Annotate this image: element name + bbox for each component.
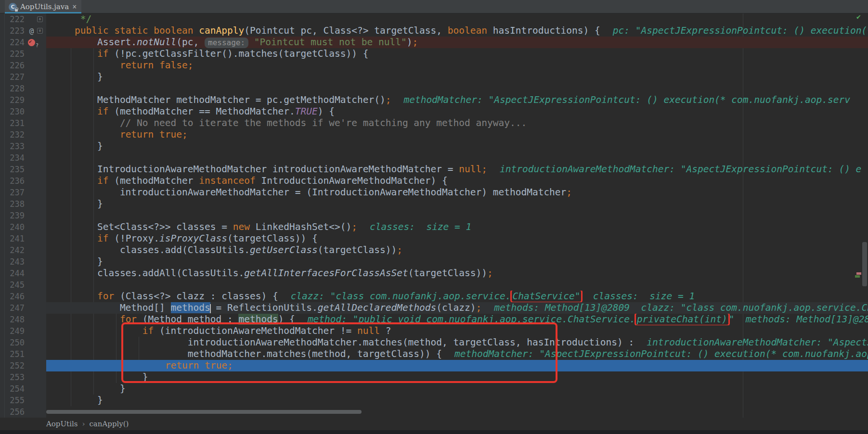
code-text[interactable]: if (!Proxy.isProxyClass(targetClass)) { [46,233,868,244]
line-number[interactable]: 224 [5,38,27,47]
gutter[interactable]: 233 [5,140,46,152]
gutter[interactable]: 255 [5,395,46,406]
line-number[interactable]: 222 [5,14,27,24]
code-line[interactable]: 227 } [5,71,868,83]
line-number[interactable]: 242 [5,245,27,255]
line-number[interactable]: 246 [5,292,27,301]
gutter[interactable]: 228 [5,83,46,94]
line-number[interactable]: 251 [5,349,27,359]
code-text[interactable]: IntroductionAwareMethodMatcher introduct… [46,164,868,175]
line-number[interactable]: 250 [5,338,27,347]
code-line[interactable]: 231 // No need to iterate the methods if… [5,117,868,129]
code-line[interactable]: 238 } [5,198,868,210]
code-text[interactable] [46,83,868,94]
line-number[interactable]: 241 [5,234,27,243]
code-line[interactable]: 233 } [5,140,868,152]
code-text[interactable]: } [46,140,868,152]
gutter[interactable]: 239 [5,210,46,221]
line-number[interactable]: 230 [5,107,27,116]
line-number[interactable]: 237 [5,188,27,197]
code-line[interactable]: 244 classes.addAll(ClassUtils.getAllInte… [5,268,868,279]
line-number[interactable]: 225 [5,49,27,59]
line-number[interactable]: 228 [5,84,27,93]
breadcrumb-item-class[interactable]: AopUtils [46,420,78,428]
gutter[interactable]: 237 [5,187,46,198]
code-text[interactable]: Assert.notNull(pc, message: "Pointcut mu… [46,37,868,48]
code-line[interactable]: 239 [5,210,868,221]
gutter[interactable]: 231 [5,117,46,129]
line-number[interactable]: 255 [5,396,27,405]
line-number[interactable]: 253 [5,372,27,382]
gutter[interactable]: 242 [5,244,46,256]
line-number[interactable]: 227 [5,72,27,82]
breadcrumb-item-method[interactable]: canApply() [89,420,129,428]
code-text[interactable] [46,152,868,164]
line-number[interactable]: 256 [5,407,27,417]
line-number[interactable]: 234 [5,153,27,163]
line-number[interactable]: 249 [5,326,27,336]
gutter[interactable]: 235 [5,164,46,175]
code-line[interactable]: 228 [5,83,868,94]
code-text[interactable]: return true; [46,129,868,140]
code-line[interactable]: 246 for (Class<?> clazz : classes) {claz… [5,291,868,302]
fold-marker-icon[interactable]: ∧ [37,16,43,22]
code-line[interactable]: 223@∨ public static boolean canApply(Poi… [5,25,868,37]
gutter[interactable]: 222∧ [5,13,46,25]
gutter[interactable]: 244 [5,268,46,279]
code-text[interactable] [46,210,868,221]
code-text[interactable]: } [46,256,868,268]
code-text[interactable]: } [46,383,868,395]
code-line[interactable]: 225 if (!pc.getClassFilter().matches(tar… [5,48,868,60]
code-text[interactable]: Set<Class<?>> classes = new LinkedHashSe… [46,221,868,233]
line-number[interactable]: 254 [5,384,27,394]
gutter[interactable]: 229 [5,94,46,106]
gutter[interactable]: 225 [5,48,46,60]
breakpoint-icon[interactable]: ✔? [27,37,36,48]
gutter[interactable]: 254 [5,383,46,395]
gutter[interactable]: 223@∨ [5,25,46,37]
line-number[interactable]: 247 [5,303,27,313]
code-text[interactable]: } [46,198,868,210]
line-number[interactable]: 238 [5,199,27,209]
gutter[interactable]: 224✔? [5,37,46,48]
gutter[interactable]: 246 [5,291,46,302]
code-text[interactable]: if (!pc.getClassFilter().matches(targetC… [46,48,868,60]
code-line[interactable]: 242 classes.add(ClassUtils.getUserClass(… [5,244,868,256]
gutter[interactable]: 252 [5,360,46,371]
line-number[interactable]: 223 [5,26,27,36]
code-text[interactable]: return false; [46,60,868,71]
line-number[interactable]: 232 [5,130,27,140]
gutter[interactable]: 250 [5,337,46,348]
code-line[interactable]: 236 if (methodMatcher instanceof Introdu… [5,175,868,187]
line-number[interactable]: 245 [5,280,27,290]
line-number[interactable]: 229 [5,95,27,105]
gutter[interactable]: 248 [5,314,46,325]
code-text[interactable] [46,279,868,291]
code-text[interactable]: introductionAwareMethodMatcher = (Introd… [46,187,868,198]
file-tab[interactable]: C AopUtils.java × [5,0,81,13]
line-number[interactable]: 233 [5,141,27,151]
gutter[interactable]: 226 [5,60,46,71]
code-line[interactable]: 229 MethodMatcher methodMatcher = pc.get… [5,94,868,106]
code-text[interactable]: MethodMatcher methodMatcher = pc.getMeth… [46,94,868,106]
line-number[interactable]: 236 [5,176,27,186]
gutter[interactable]: 245 [5,279,46,291]
line-number[interactable]: 252 [5,361,27,370]
gutter[interactable]: 256 [5,406,46,418]
code-line[interactable]: 237 introductionAwareMethodMatcher = (In… [5,187,868,198]
v-scrollbar[interactable] [862,242,867,286]
line-number[interactable]: 248 [5,315,27,324]
code-text[interactable]: } [46,395,868,406]
line-number[interactable]: 244 [5,268,27,278]
code-line[interactable]: 222∧ */ [5,13,868,25]
code-text[interactable]: if (methodMatcher instanceof Introductio… [46,175,868,187]
code-text[interactable]: if (methodMatcher == MethodMatcher.TRUE)… [46,106,868,117]
line-number[interactable]: 231 [5,118,27,128]
line-number[interactable]: 240 [5,222,27,232]
code-line[interactable]: 255 } [5,395,868,406]
editor[interactable]: 222∧ */223@∨ public static boolean canAp… [0,13,868,418]
line-number[interactable]: 226 [5,61,27,70]
tab-close-icon[interactable]: × [72,3,77,11]
code-line[interactable]: 224✔? Assert.notNull(pc, message: "Point… [5,37,868,48]
code-text[interactable]: classes.addAll(ClassUtils.getAllInterfac… [46,268,868,279]
